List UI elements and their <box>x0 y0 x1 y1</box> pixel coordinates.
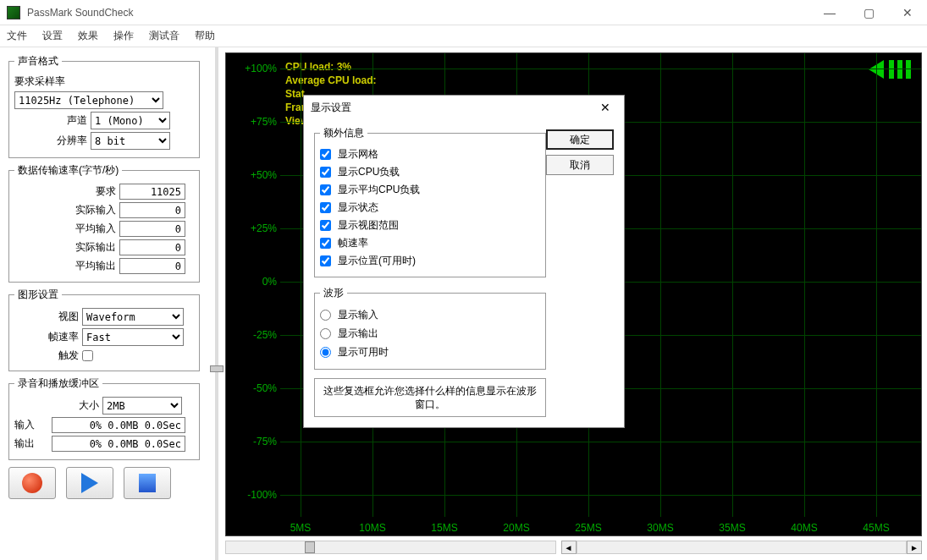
x-axis-label: 15MS <box>431 522 457 534</box>
chk-fps[interactable] <box>320 238 331 249</box>
actin-label: 实际输入 <box>14 203 116 217</box>
view-label: 视图 <box>14 310 79 324</box>
sound-format-group: 声音格式 要求采样率 11025Hz (Telephone) 声道 1 (Mon… <box>8 54 200 158</box>
x-axis-label: 45MS <box>863 522 889 534</box>
chk-avgcpu[interactable] <box>320 184 331 195</box>
dialog-close-button[interactable]: ✕ <box>593 101 617 114</box>
maximize-button[interactable]: ▢ <box>849 0 888 25</box>
svg-rect-2 <box>897 60 902 79</box>
chk-grid[interactable] <box>320 149 331 160</box>
avgin-label: 平均输入 <box>14 222 116 236</box>
menu-testtone[interactable]: 测试音 <box>149 29 179 43</box>
actin-value[interactable] <box>119 202 185 218</box>
stop-button[interactable] <box>124 467 171 499</box>
dialog-help-text: 这些复选框允许您选择什么样的信息显示在波形窗口。 <box>314 378 546 417</box>
actout-label: 实际输出 <box>14 240 116 255</box>
y-axis-label: +75% <box>226 116 279 128</box>
radio-output[interactable] <box>320 328 331 339</box>
y-axis-label: +100% <box>226 63 279 74</box>
sound-format-legend: 声音格式 <box>14 54 62 69</box>
avgout-label: 平均输出 <box>14 259 116 273</box>
chk-fps-label: 帧速率 <box>338 236 368 250</box>
dialog-titlebar[interactable]: 显示设置 ✕ <box>304 96 624 119</box>
menu-file[interactable]: 文件 <box>7 29 27 43</box>
svg-rect-1 <box>889 60 894 79</box>
datarate-group: 数据传输速率(字节/秒) 要求 实际输入 平均输入 实际输出 平均输出 <box>8 163 200 283</box>
waveform-legend: 波形 <box>320 286 347 300</box>
avgin-value[interactable] <box>119 221 185 237</box>
radio-input-label: 显示输入 <box>338 308 378 322</box>
trigger-checkbox[interactable] <box>82 350 93 361</box>
radio-output-label: 显示输出 <box>338 327 378 341</box>
radio-input[interactable] <box>320 310 331 321</box>
scroll-right-button[interactable]: ► <box>907 541 922 554</box>
cancel-button[interactable]: 取消 <box>546 155 614 175</box>
buffer-out-label: 输出 <box>14 436 48 451</box>
chk-status-label: 显示状态 <box>338 200 378 215</box>
play-button[interactable] <box>66 467 113 499</box>
menu-effects[interactable]: 效果 <box>78 29 98 43</box>
y-axis-label: -75% <box>226 436 279 447</box>
channel-label: 声道 <box>14 113 87 128</box>
app-icon <box>7 6 20 19</box>
menu-settings[interactable]: 设置 <box>42 29 63 43</box>
chk-avgcpu-label: 显示平均CPU负载 <box>338 183 420 197</box>
horizontal-scroll[interactable]: ◄ ► <box>225 540 922 555</box>
buffer-size-select[interactable]: 2MB <box>102 397 182 415</box>
req-label: 要求 <box>14 184 116 199</box>
extra-info-legend: 额外信息 <box>320 126 367 140</box>
channel-select[interactable]: 1 (Mono) <box>91 112 170 129</box>
graph-settings-legend: 图形设置 <box>14 288 62 302</box>
view-select[interactable]: Waveform <box>82 308 184 326</box>
transport-buttons <box>8 467 200 499</box>
chk-pos-label: 显示位置(可用时) <box>338 254 416 268</box>
fps-label: 帧速率 <box>14 330 79 344</box>
x-axis-label: 10MS <box>359 522 385 534</box>
req-value[interactable] <box>119 184 185 200</box>
x-axis-label: 30MS <box>647 522 673 534</box>
chk-cpu-label: 显示CPU负载 <box>338 165 400 179</box>
record-icon <box>22 473 42 493</box>
buffer-out-value[interactable] <box>52 436 185 452</box>
samplerate-label: 要求采样率 <box>14 74 65 89</box>
ok-button[interactable]: 确定 <box>546 129 614 150</box>
waveform-group: 波形 显示输入 显示输出 显示可用时 <box>314 286 546 370</box>
fps-select[interactable]: Fast <box>82 328 184 346</box>
radio-available[interactable] <box>320 347 331 358</box>
y-axis-label: -50% <box>226 382 279 394</box>
minimize-button[interactable]: ― <box>810 0 849 25</box>
close-button[interactable]: ✕ <box>888 0 927 25</box>
buffer-group: 录音和播放缓冲区 大小2MB 输入 输出 <box>8 376 200 460</box>
play-icon <box>81 473 98 493</box>
dialog-title: 显示设置 <box>311 101 593 115</box>
avgout-value[interactable] <box>119 258 185 274</box>
datarate-legend: 数据传输速率(字节/秒) <box>14 163 122 178</box>
actout-value[interactable] <box>119 239 185 255</box>
menubar: 文件 设置 效果 操作 测试音 帮助 <box>0 25 927 47</box>
x-axis-label: 40MS <box>791 522 817 534</box>
menu-operate[interactable]: 操作 <box>113 29 134 43</box>
y-axis-label: +25% <box>226 222 279 234</box>
extra-info-group: 额外信息 显示网格 显示CPU负载 显示平均CPU负载 显示状态 显示视图范围 … <box>314 126 546 277</box>
resolution-label: 分辨率 <box>14 134 87 148</box>
graph-settings-group: 图形设置 视图Waveform 帧速率Fast 触发 <box>8 288 200 371</box>
chk-grid-label: 显示网格 <box>338 147 378 162</box>
chk-view[interactable] <box>320 220 331 231</box>
overlay-avgcpu: Average CPU load: <box>285 74 377 87</box>
record-button[interactable] <box>8 467 56 499</box>
menu-help[interactable]: 帮助 <box>195 29 215 43</box>
vertical-slider[interactable] <box>208 47 225 560</box>
y-axis-label: 0% <box>226 276 279 288</box>
samplerate-select[interactable]: 11025Hz (Telephone) <box>14 91 163 109</box>
chk-status[interactable] <box>320 202 331 213</box>
chk-cpu[interactable] <box>320 167 331 178</box>
stop-icon <box>139 474 156 492</box>
scroll-left-button[interactable]: ◄ <box>561 541 577 554</box>
resolution-select[interactable]: 8 bit <box>91 132 170 150</box>
overlay-cpu: CPU load: 3% <box>285 60 377 74</box>
buffer-in-value[interactable] <box>52 417 185 433</box>
titlebar: PassMark SoundCheck ― ▢ ✕ <box>0 0 927 25</box>
chk-pos[interactable] <box>320 255 331 266</box>
chk-view-label: 显示视图范围 <box>338 218 399 233</box>
y-axis-label: +50% <box>226 169 279 181</box>
